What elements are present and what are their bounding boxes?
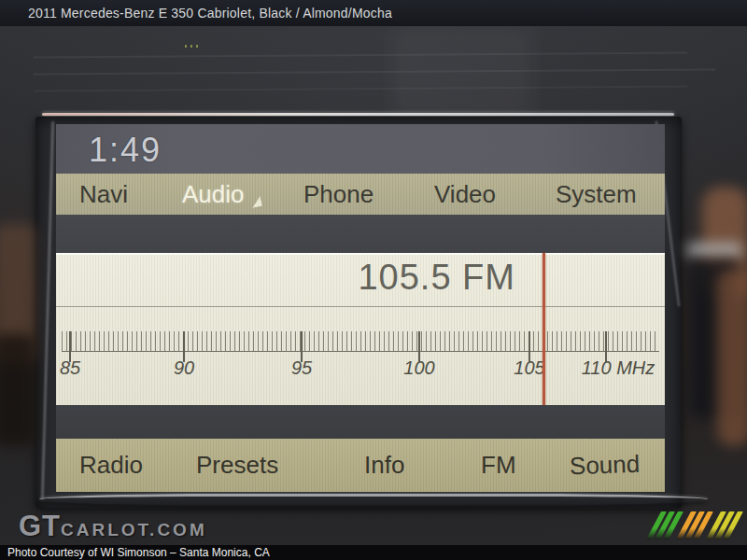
logo-stripe-group — [654, 511, 679, 539]
logo-stripe-group — [713, 511, 739, 539]
hand-reflection — [717, 269, 747, 446]
scale-label-90: 90 — [174, 357, 194, 379]
scale-label-100: 100 — [403, 357, 434, 379]
frequency-scale-baseline — [62, 351, 659, 352]
scale-separator-line — [56, 306, 665, 307]
tab-video[interactable]: Video — [434, 174, 496, 215]
dark-reflection — [0, 334, 35, 446]
camera-reflection — [687, 243, 741, 258]
watermark-gt: GT — [19, 510, 61, 542]
logo-stripe-group — [684, 511, 709, 539]
dash-reflection-streak — [34, 86, 687, 92]
scale-label-105: 105 — [514, 357, 544, 379]
dash-reflection-streak — [34, 68, 715, 75]
spacer-band — [56, 215, 665, 253]
indicator-dots — [185, 45, 200, 48]
scale-label-95: 95 — [291, 357, 312, 379]
tab-label: System — [556, 180, 637, 209]
photo-caption-bar: Photo Courtesy of WI Simonson – Santa Mo… — [0, 545, 747, 560]
bezel-glint — [41, 121, 53, 499]
frequency-minor-ticks — [62, 331, 659, 352]
tab-system[interactable]: System — [556, 174, 637, 215]
screen-top-highlight — [42, 113, 674, 116]
infotainment-screen-bezel: 1:49 Navi Audio Phone Video System 105.5… — [35, 117, 682, 509]
scale-label-110mhz: 110 MHz — [582, 357, 655, 379]
tab-label: Navi — [79, 180, 128, 209]
status-bar: 1:49 — [56, 124, 665, 174]
tab-label: Audio — [182, 180, 245, 209]
tuner-needle — [543, 253, 545, 405]
gtcarlot-logo-icon — [654, 510, 742, 541]
tab-audio[interactable]: Audio — [182, 174, 261, 215]
softkey-radio[interactable]: Radio — [79, 439, 143, 492]
tab-navi[interactable]: Navi — [79, 174, 128, 215]
photo-title-bar: 2011 Mercedes-Benz E 350 Cabriolet, Blac… — [0, 0, 747, 26]
softkey-fm[interactable]: FM — [481, 439, 516, 492]
watermark-carlot: CARLOT.COM — [61, 520, 207, 539]
main-menu-tab-bar: Navi Audio Phone Video System — [56, 174, 665, 215]
dash-reflection-streak — [34, 52, 687, 59]
softkey-bar: Radio Presets Info FM Sound — [56, 439, 665, 492]
gtcarlot-watermark: GTCARLOT.COM — [19, 510, 207, 543]
dash-chrome-trim — [39, 494, 708, 505]
softkey-sound[interactable]: Sound — [569, 438, 641, 492]
dash-reflection-glow — [392, 26, 532, 119]
panel-highlight — [56, 253, 665, 255]
photo-area: 1:49 Navi Audio Phone Video System 105.5… — [0, 26, 747, 545]
frequency-readout: 105.5 FM — [358, 258, 515, 298]
active-tab-wedge-icon — [249, 195, 261, 207]
tab-label: Phone — [303, 180, 374, 209]
comand-display: 1:49 Navi Audio Phone Video System 105.5… — [56, 124, 665, 492]
tab-phone[interactable]: Phone — [303, 174, 374, 215]
tab-label: Video — [434, 180, 496, 209]
vehicle-title: 2011 Mercedes-Benz E 350 Cabriolet, Blac… — [28, 6, 392, 21]
softkey-presets[interactable]: Presets — [196, 439, 278, 492]
radio-tuner-panel: 105.5 FM 85 90 95 100 105 110 MHz — [56, 253, 665, 405]
spacer-band — [56, 405, 665, 439]
clock: 1:49 — [89, 131, 162, 170]
scale-label-85: 85 — [60, 357, 80, 379]
photo-credit: Photo Courtesy of WI Simonson – Santa Mo… — [7, 546, 270, 559]
softkey-info[interactable]: Info — [364, 439, 404, 492]
